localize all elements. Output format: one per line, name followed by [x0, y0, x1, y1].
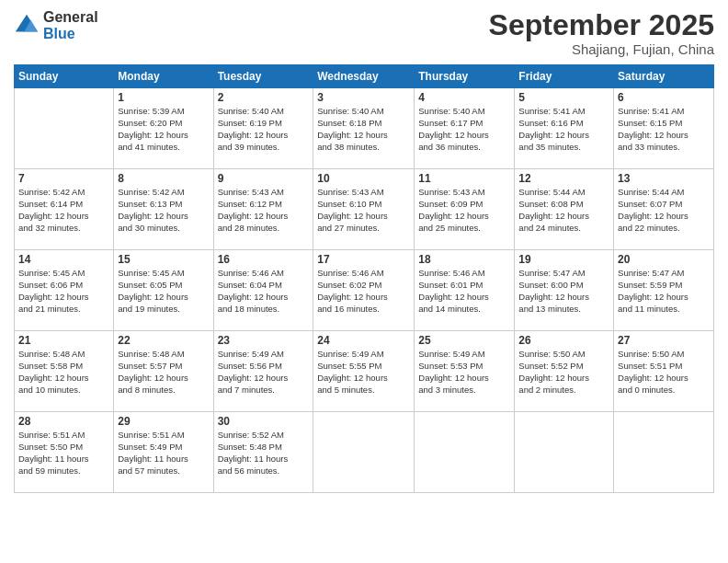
day-number: 25: [418, 334, 510, 347]
day-number: 11: [418, 172, 510, 185]
day-number: 28: [18, 415, 109, 428]
calendar-header-thursday: Thursday: [415, 65, 515, 88]
calendar: SundayMondayTuesdayWednesdayThursdayFrid…: [14, 64, 714, 493]
day-number: 12: [518, 172, 609, 185]
calendar-header-row: SundayMondayTuesdayWednesdayThursdayFrid…: [15, 65, 714, 88]
day-info: Sunrise: 5:50 AM Sunset: 5:51 PM Dayligh…: [618, 349, 710, 396]
page: General Blue September 2025 Shajiang, Fu…: [0, 0, 728, 563]
calendar-cell: 30Sunrise: 5:52 AM Sunset: 5:48 PM Dayli…: [213, 412, 313, 493]
calendar-cell: 13Sunrise: 5:44 AM Sunset: 6:07 PM Dayli…: [614, 169, 714, 250]
calendar-cell: 28Sunrise: 5:51 AM Sunset: 5:50 PM Dayli…: [15, 412, 114, 493]
day-info: Sunrise: 5:48 AM Sunset: 5:57 PM Dayligh…: [118, 349, 209, 396]
month-title: September 2025: [489, 9, 714, 41]
calendar-cell: 12Sunrise: 5:44 AM Sunset: 6:08 PM Dayli…: [515, 169, 614, 250]
week-row-3: 14Sunrise: 5:45 AM Sunset: 6:06 PM Dayli…: [15, 250, 714, 331]
day-number: 30: [218, 415, 310, 428]
day-info: Sunrise: 5:41 AM Sunset: 6:16 PM Dayligh…: [518, 106, 609, 153]
day-number: 20: [618, 253, 710, 266]
day-info: Sunrise: 5:49 AM Sunset: 5:55 PM Dayligh…: [317, 349, 410, 396]
day-info: Sunrise: 5:45 AM Sunset: 6:05 PM Dayligh…: [118, 268, 209, 315]
week-row-2: 7Sunrise: 5:42 AM Sunset: 6:14 PM Daylig…: [15, 169, 714, 250]
calendar-cell: 17Sunrise: 5:46 AM Sunset: 6:02 PM Dayli…: [313, 250, 415, 331]
day-info: Sunrise: 5:40 AM Sunset: 6:19 PM Dayligh…: [218, 106, 310, 153]
day-number: 3: [317, 91, 410, 104]
calendar-cell: 10Sunrise: 5:43 AM Sunset: 6:10 PM Dayli…: [313, 169, 415, 250]
week-row-4: 21Sunrise: 5:48 AM Sunset: 5:58 PM Dayli…: [15, 331, 714, 412]
day-info: Sunrise: 5:43 AM Sunset: 6:12 PM Dayligh…: [218, 187, 310, 234]
day-number: 13: [618, 172, 710, 185]
calendar-header-friday: Friday: [515, 65, 614, 88]
week-row-1: 1Sunrise: 5:39 AM Sunset: 6:20 PM Daylig…: [15, 88, 714, 169]
day-number: 24: [317, 334, 410, 347]
calendar-cell: 27Sunrise: 5:50 AM Sunset: 5:51 PM Dayli…: [614, 331, 714, 412]
day-number: 19: [518, 253, 609, 266]
logo-text: General Blue: [43, 9, 98, 42]
day-info: Sunrise: 5:44 AM Sunset: 6:08 PM Dayligh…: [518, 187, 609, 234]
calendar-cell: 9Sunrise: 5:43 AM Sunset: 6:12 PM Daylig…: [213, 169, 313, 250]
day-info: Sunrise: 5:49 AM Sunset: 5:56 PM Dayligh…: [218, 349, 310, 396]
day-number: 10: [317, 172, 410, 185]
day-info: Sunrise: 5:47 AM Sunset: 6:00 PM Dayligh…: [518, 268, 609, 315]
day-info: Sunrise: 5:42 AM Sunset: 6:13 PM Dayligh…: [118, 187, 209, 234]
header: General Blue September 2025 Shajiang, Fu…: [14, 9, 714, 57]
day-info: Sunrise: 5:40 AM Sunset: 6:17 PM Dayligh…: [418, 106, 510, 153]
day-info: Sunrise: 5:39 AM Sunset: 6:20 PM Dayligh…: [118, 106, 209, 153]
day-info: Sunrise: 5:52 AM Sunset: 5:48 PM Dayligh…: [218, 430, 310, 477]
calendar-cell: 8Sunrise: 5:42 AM Sunset: 6:13 PM Daylig…: [114, 169, 213, 250]
day-info: Sunrise: 5:46 AM Sunset: 6:04 PM Dayligh…: [218, 268, 310, 315]
calendar-cell: 25Sunrise: 5:49 AM Sunset: 5:53 PM Dayli…: [415, 331, 515, 412]
calendar-cell: 21Sunrise: 5:48 AM Sunset: 5:58 PM Dayli…: [15, 331, 114, 412]
day-number: 2: [218, 91, 310, 104]
day-number: 21: [18, 334, 109, 347]
calendar-cell: 2Sunrise: 5:40 AM Sunset: 6:19 PM Daylig…: [213, 88, 313, 169]
calendar-header-tuesday: Tuesday: [213, 65, 313, 88]
logo-icon: [14, 13, 40, 39]
calendar-cell: 16Sunrise: 5:46 AM Sunset: 6:04 PM Dayli…: [213, 250, 313, 331]
calendar-cell: 20Sunrise: 5:47 AM Sunset: 5:59 PM Dayli…: [614, 250, 714, 331]
day-number: 26: [518, 334, 609, 347]
day-number: 18: [418, 253, 510, 266]
day-number: 9: [218, 172, 310, 185]
day-info: Sunrise: 5:43 AM Sunset: 6:09 PM Dayligh…: [418, 187, 510, 234]
day-info: Sunrise: 5:50 AM Sunset: 5:52 PM Dayligh…: [518, 349, 609, 396]
calendar-cell: [415, 412, 515, 493]
calendar-cell: 29Sunrise: 5:51 AM Sunset: 5:49 PM Dayli…: [114, 412, 213, 493]
day-info: Sunrise: 5:49 AM Sunset: 5:53 PM Dayligh…: [418, 349, 510, 396]
day-info: Sunrise: 5:42 AM Sunset: 6:14 PM Dayligh…: [18, 187, 109, 234]
day-number: 7: [18, 172, 109, 185]
calendar-cell: 4Sunrise: 5:40 AM Sunset: 6:17 PM Daylig…: [415, 88, 515, 169]
calendar-header-sunday: Sunday: [15, 65, 114, 88]
day-number: 14: [18, 253, 109, 266]
calendar-cell: 18Sunrise: 5:46 AM Sunset: 6:01 PM Dayli…: [415, 250, 515, 331]
calendar-cell: 7Sunrise: 5:42 AM Sunset: 6:14 PM Daylig…: [15, 169, 114, 250]
day-number: 15: [118, 253, 209, 266]
calendar-cell: 3Sunrise: 5:40 AM Sunset: 6:18 PM Daylig…: [313, 88, 415, 169]
day-info: Sunrise: 5:45 AM Sunset: 6:06 PM Dayligh…: [18, 268, 109, 315]
calendar-cell: 14Sunrise: 5:45 AM Sunset: 6:06 PM Dayli…: [15, 250, 114, 331]
day-number: 8: [118, 172, 209, 185]
calendar-cell: 15Sunrise: 5:45 AM Sunset: 6:05 PM Dayli…: [114, 250, 213, 331]
day-number: 17: [317, 253, 410, 266]
day-number: 22: [118, 334, 209, 347]
day-number: 29: [118, 415, 209, 428]
calendar-cell: [515, 412, 614, 493]
calendar-cell: [313, 412, 415, 493]
day-number: 16: [218, 253, 310, 266]
calendar-cell: 24Sunrise: 5:49 AM Sunset: 5:55 PM Dayli…: [313, 331, 415, 412]
day-number: 4: [418, 91, 510, 104]
calendar-cell: 26Sunrise: 5:50 AM Sunset: 5:52 PM Dayli…: [515, 331, 614, 412]
calendar-cell: 19Sunrise: 5:47 AM Sunset: 6:00 PM Dayli…: [515, 250, 614, 331]
calendar-header-monday: Monday: [114, 65, 213, 88]
calendar-cell: [614, 412, 714, 493]
day-info: Sunrise: 5:46 AM Sunset: 6:02 PM Dayligh…: [317, 268, 410, 315]
calendar-cell: 22Sunrise: 5:48 AM Sunset: 5:57 PM Dayli…: [114, 331, 213, 412]
calendar-cell: 23Sunrise: 5:49 AM Sunset: 5:56 PM Dayli…: [213, 331, 313, 412]
day-info: Sunrise: 5:44 AM Sunset: 6:07 PM Dayligh…: [618, 187, 710, 234]
day-info: Sunrise: 5:48 AM Sunset: 5:58 PM Dayligh…: [18, 349, 109, 396]
title-block: September 2025 Shajiang, Fujian, China: [489, 9, 714, 57]
calendar-header-saturday: Saturday: [614, 65, 714, 88]
calendar-cell: [15, 88, 114, 169]
calendar-cell: 6Sunrise: 5:41 AM Sunset: 6:15 PM Daylig…: [614, 88, 714, 169]
calendar-header-wednesday: Wednesday: [313, 65, 415, 88]
day-info: Sunrise: 5:40 AM Sunset: 6:18 PM Dayligh…: [317, 106, 410, 153]
